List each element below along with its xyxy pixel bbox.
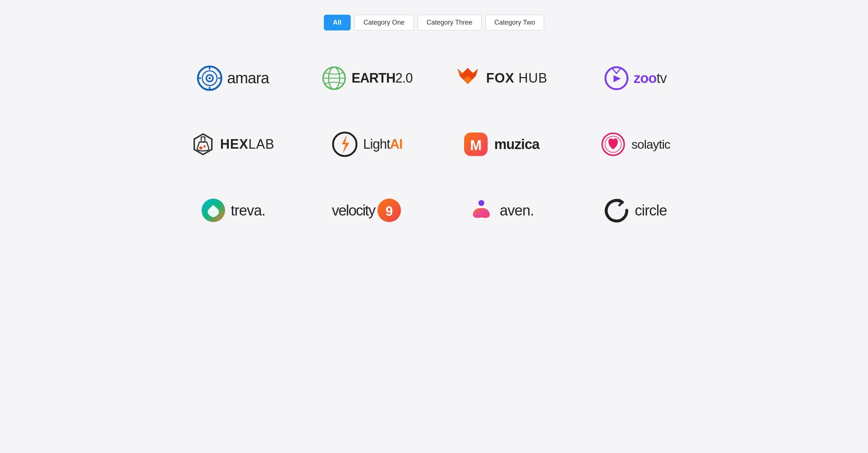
lightai-icon <box>332 131 358 157</box>
treva-text: treva. <box>231 202 265 219</box>
logo-aven: aven. <box>468 197 534 224</box>
logo-zoo-cell: zootv <box>579 52 691 104</box>
logo-earth: EARTH2.0 <box>321 65 412 91</box>
filter-all-button[interactable]: All <box>324 15 351 30</box>
svg-point-33 <box>478 200 484 206</box>
svg-point-22 <box>199 146 202 149</box>
earth-icon <box>321 65 347 91</box>
fox-text: FOX HUB <box>486 70 547 86</box>
amara-icon <box>197 65 223 91</box>
muzica-text: muzica <box>494 137 539 152</box>
amara-text: amara <box>227 69 269 87</box>
logo-circle-cell: circle <box>579 185 691 236</box>
logo-circle: circle <box>603 197 667 224</box>
logo-fox: FOX HUB <box>455 65 547 91</box>
logo-treva-cell: treva. <box>177 185 289 236</box>
circle-icon <box>603 197 630 224</box>
svg-rect-21 <box>201 137 205 142</box>
solaytic-icon <box>600 131 626 157</box>
zoo-text: zootv <box>634 70 667 86</box>
fox-icon <box>455 65 481 91</box>
filter-category-two-button[interactable]: Category Two <box>485 15 545 30</box>
hexlab-icon <box>191 133 215 156</box>
logo-hexlab: HEXLAB <box>191 133 274 156</box>
svg-marker-19 <box>614 75 621 82</box>
logo-muzica-cell: M muzica <box>445 119 557 170</box>
svg-text:9: 9 <box>386 204 393 219</box>
logo-solaytic-cell: solaytic <box>579 119 691 170</box>
logo-treva: treva. <box>200 197 265 223</box>
filter-bar: All Category One Category Three Category… <box>324 15 545 30</box>
svg-point-3 <box>209 77 211 79</box>
aven-text: aven. <box>500 202 534 219</box>
logo-earth-cell: EARTH2.0 <box>311 52 423 104</box>
logo-zoo: zootv <box>604 65 667 91</box>
treva-icon <box>200 197 226 223</box>
muzica-icon: M <box>463 131 489 157</box>
logo-lightai: LightAI <box>332 131 402 157</box>
logo-lightai-cell: LightAI <box>311 119 423 170</box>
logo-hexlab-cell: HEXLAB <box>177 119 289 170</box>
earth-text: EARTH2.0 <box>351 70 412 86</box>
logo-amara: amara <box>197 65 269 91</box>
svg-line-17 <box>613 69 616 73</box>
aven-icon <box>468 197 495 224</box>
svg-point-23 <box>203 145 206 148</box>
circle-text: circle <box>635 202 667 219</box>
logo-velocity: velocity 9 <box>332 197 402 223</box>
svg-line-18 <box>616 69 620 73</box>
logo-grid: amara EARTH2.0 <box>177 52 691 236</box>
lightai-text: LightAI <box>363 137 402 152</box>
logo-amara-cell: amara <box>177 52 289 104</box>
logo-solaytic: solaytic <box>600 131 670 157</box>
filter-category-three-button[interactable]: Category Three <box>417 15 482 30</box>
svg-marker-25 <box>342 135 349 154</box>
zoo-icon <box>604 65 629 91</box>
logo-fox-cell: FOX HUB <box>445 52 557 104</box>
logo-muzica: M muzica <box>463 131 539 157</box>
logo-aven-cell: aven. <box>445 185 557 236</box>
filter-category-one-button[interactable]: Category One <box>354 15 414 30</box>
solaytic-text: solaytic <box>632 137 670 152</box>
velocity-text: velocity <box>332 202 375 219</box>
velocity-icon: 9 <box>376 197 402 223</box>
svg-text:M: M <box>470 138 482 153</box>
hexlab-text: HEXLAB <box>220 137 274 152</box>
logo-velocity-cell: velocity 9 <box>311 185 423 236</box>
